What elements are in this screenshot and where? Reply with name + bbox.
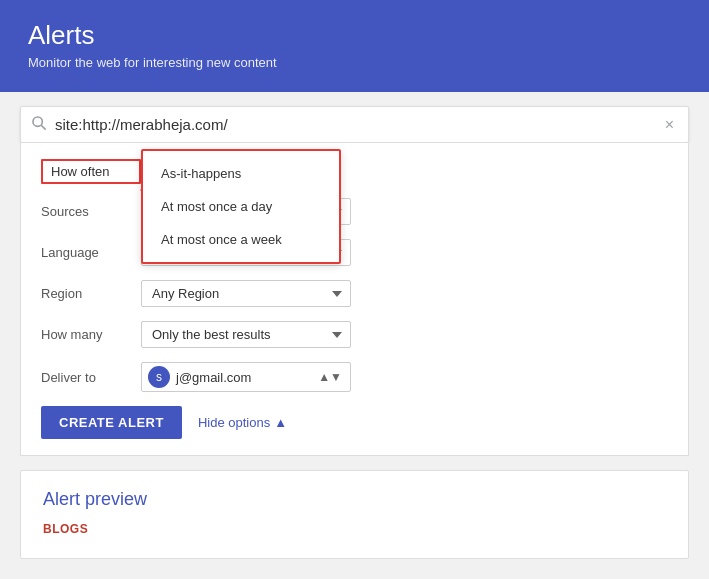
how-often-label: How often bbox=[41, 159, 141, 184]
search-input[interactable] bbox=[55, 116, 661, 133]
language-row: Language English bbox=[41, 239, 668, 266]
language-label: Language bbox=[41, 245, 141, 260]
region-label: Region bbox=[41, 286, 141, 301]
preview-title: Alert preview bbox=[43, 489, 666, 510]
region-select[interactable]: Any Region bbox=[141, 280, 351, 307]
alert-preview-card: Alert preview BLOGS bbox=[20, 470, 689, 559]
sources-label: Sources bbox=[41, 204, 141, 219]
how-often-dropdown: As-it-happens At most once a day At most… bbox=[141, 149, 341, 264]
avatar: s bbox=[148, 366, 170, 388]
how-often-option-once-a-day[interactable]: At most once a day bbox=[143, 190, 339, 223]
how-many-row: How many Only the best results bbox=[41, 321, 668, 348]
deliver-to-select[interactable]: s j@gmail.com ▲▼ bbox=[141, 362, 351, 392]
deliver-to-row: Deliver to s j@gmail.com ▲▼ bbox=[41, 362, 668, 392]
options-card: How often As-it-happens At most once a d… bbox=[20, 143, 689, 456]
hide-options-label: Hide options bbox=[198, 415, 270, 430]
how-many-select[interactable]: Only the best results bbox=[141, 321, 351, 348]
clear-search-button[interactable]: × bbox=[661, 116, 678, 134]
deliver-email: j@gmail.com bbox=[176, 370, 310, 385]
preview-blogs-label: BLOGS bbox=[43, 522, 666, 536]
how-often-option-as-it-happens[interactable]: As-it-happens bbox=[143, 157, 339, 190]
page-title: Alerts bbox=[28, 20, 681, 51]
page-subtitle: Monitor the web for interesting new cont… bbox=[28, 55, 681, 70]
svg-point-0 bbox=[33, 117, 42, 126]
hide-options-chevron-icon: ▲ bbox=[274, 415, 287, 430]
deliver-dropdown-icon: ▲▼ bbox=[310, 370, 350, 384]
header: Alerts Monitor the web for interesting n… bbox=[0, 0, 709, 92]
hide-options-link[interactable]: Hide options ▲ bbox=[198, 415, 287, 430]
buttons-row: CREATE ALERT Hide options ▲ bbox=[41, 406, 668, 439]
how-often-row: How often As-it-happens At most once a d… bbox=[41, 159, 668, 184]
deliver-to-label: Deliver to bbox=[41, 370, 141, 385]
create-alert-button[interactable]: CREATE ALERT bbox=[41, 406, 182, 439]
search-icon bbox=[31, 115, 47, 134]
svg-line-1 bbox=[41, 125, 46, 130]
how-often-option-once-a-week[interactable]: At most once a week bbox=[143, 223, 339, 256]
how-many-label: How many bbox=[41, 327, 141, 342]
sources-row: Sources Automatic bbox=[41, 198, 668, 225]
region-row: Region Any Region bbox=[41, 280, 668, 307]
search-bar-wrap: × bbox=[0, 92, 709, 143]
search-bar: × bbox=[20, 106, 689, 143]
